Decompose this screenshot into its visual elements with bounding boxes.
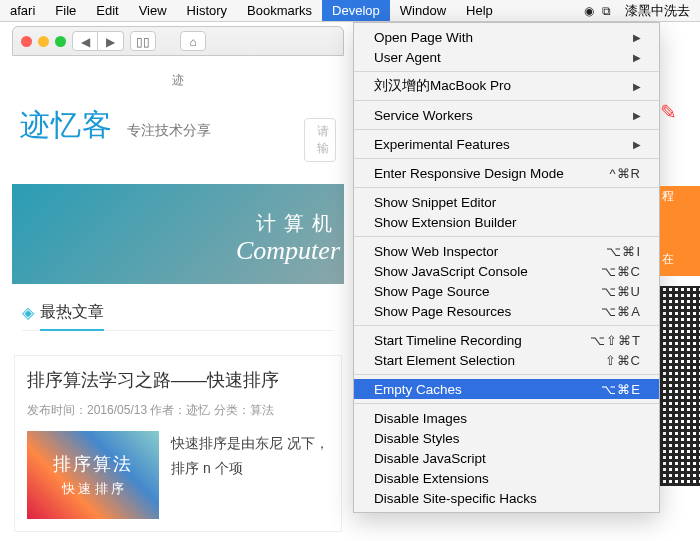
menu-separator: [354, 325, 659, 326]
menu-item-label: Start Element Selection: [374, 353, 515, 368]
menubar-right-text[interactable]: 漆黑中洗去: [615, 0, 700, 21]
menu-item-label: Disable Extensions: [374, 471, 489, 486]
side-tag[interactable]: 程 在: [660, 186, 700, 276]
menu-item-disable-javascript[interactable]: Disable JavaScript: [354, 448, 659, 468]
menu-help[interactable]: Help: [456, 0, 503, 21]
menu-item-empty-caches[interactable]: Empty Caches⌥⌘E: [354, 379, 659, 399]
menu-item-user-agent[interactable]: User Agent▶: [354, 47, 659, 67]
menu-item-show-page-resources[interactable]: Show Page Resources⌥⌘A: [354, 301, 659, 321]
menu-shortcut: ⌥⌘E: [601, 382, 641, 397]
safari-toolbar: ◀ ▶ ▯▯ ⌂: [12, 26, 344, 56]
article-excerpt: 快速排序是由东尼 况下，排序 n 个项: [171, 431, 329, 519]
menu-item-show-page-source[interactable]: Show Page Source⌥⌘U: [354, 281, 659, 301]
menu-separator: [354, 403, 659, 404]
close-window-button[interactable]: [21, 36, 32, 47]
submenu-arrow-icon: ▶: [633, 52, 641, 63]
menu-item-label: Disable Site-specific Hacks: [374, 491, 537, 506]
menu-item-show-extension-builder[interactable]: Show Extension Builder: [354, 212, 659, 232]
menu-shortcut: ⌥⌘U: [601, 284, 641, 299]
menu-separator: [354, 158, 659, 159]
menu-item-disable-images[interactable]: Disable Images: [354, 408, 659, 428]
develop-menu: Open Page With▶User Agent▶刘汉增的MacBook Pr…: [353, 22, 660, 513]
menu-file[interactable]: File: [45, 0, 86, 21]
menu-separator: [354, 236, 659, 237]
url-hint: 迹: [12, 72, 344, 89]
menu-item-service-workers[interactable]: Service Workers▶: [354, 105, 659, 125]
site-logo[interactable]: 迹忆客: [20, 105, 113, 146]
menu-item-experimental-features[interactable]: Experimental Features▶: [354, 134, 659, 154]
menu-item-enter-responsive-design-mode[interactable]: Enter Responsive Design Mode^⌘R: [354, 163, 659, 183]
menu-item-disable-site-specific-hacks[interactable]: Disable Site-specific Hacks: [354, 488, 659, 508]
menu-view[interactable]: View: [129, 0, 177, 21]
menu-item-disable-extensions[interactable]: Disable Extensions: [354, 468, 659, 488]
hero-banner: 计算机 Computer: [12, 184, 344, 284]
mac-menubar: afari File Edit View History Bookmarks D…: [0, 0, 700, 22]
menu-item-show-snippet-editor[interactable]: Show Snippet Editor: [354, 192, 659, 212]
menu-item-label: Show Extension Builder: [374, 215, 517, 230]
forward-button[interactable]: ▶: [98, 31, 124, 51]
menu-item-label: Show JavaScript Console: [374, 264, 528, 279]
menu-item-label: Disable JavaScript: [374, 451, 486, 466]
menu-item-label: Disable Images: [374, 411, 467, 426]
side-tag-line2: 在: [662, 251, 698, 268]
submenu-arrow-icon: ▶: [633, 139, 641, 150]
menu-bookmarks[interactable]: Bookmarks: [237, 0, 322, 21]
menu-item-start-element-selection[interactable]: Start Element Selection⇧⌘C: [354, 350, 659, 370]
webpage-content: 迹 迹忆客 专注技术分享 请输 计算机 Computer ◈ 最热文章 排序算法…: [12, 72, 344, 541]
menu-item-label: User Agent: [374, 50, 441, 65]
home-button[interactable]: ⌂: [180, 31, 206, 51]
menu-shortcut: ⌥⌘C: [601, 264, 641, 279]
menu-item-show-web-inspector[interactable]: Show Web Inspector⌥⌘I: [354, 241, 659, 261]
menu-item-macbook-pro[interactable]: 刘汉增的MacBook Pro▶: [354, 76, 659, 96]
cloud-icon[interactable]: ◉: [584, 4, 594, 18]
thumb-text-sub: 快 速 排 序: [62, 480, 125, 498]
traffic-lights: [21, 36, 66, 47]
menu-item-label: 刘汉增的MacBook Pro: [374, 77, 511, 95]
sidebar-button[interactable]: ▯▯: [130, 31, 156, 51]
menu-safari[interactable]: afari: [0, 0, 45, 21]
thumb-text-zh: 排序算法: [53, 452, 133, 476]
menu-item-disable-styles[interactable]: Disable Styles: [354, 428, 659, 448]
menu-separator: [354, 100, 659, 101]
article-card[interactable]: 排序算法学习之路——快速排序 发布时间：2016/05/13 作者：迹忆 分类：…: [14, 355, 342, 532]
zoom-window-button[interactable]: [55, 36, 66, 47]
safari-window: ◀ ▶ ▯▯ ⌂: [12, 26, 344, 76]
menu-shortcut: ⌥⇧⌘T: [590, 333, 641, 348]
hot-articles-heading: 最热文章: [40, 302, 104, 331]
menu-separator: [354, 71, 659, 72]
minimize-window-button[interactable]: [38, 36, 49, 47]
menu-item-label: Show Snippet Editor: [374, 195, 496, 210]
menu-develop[interactable]: Develop: [322, 0, 390, 21]
menu-item-label: Show Page Resources: [374, 304, 511, 319]
banner-title-zh: 计算机: [256, 210, 340, 237]
menu-item-label: Start Timeline Recording: [374, 333, 522, 348]
right-edge-strip: ✎ 程 在: [660, 100, 700, 486]
submenu-arrow-icon: ▶: [633, 110, 641, 121]
menu-item-label: Service Workers: [374, 108, 473, 123]
menu-history[interactable]: History: [177, 0, 237, 21]
menu-edit[interactable]: Edit: [86, 0, 128, 21]
menu-separator: [354, 129, 659, 130]
overlap-icon[interactable]: ⧉: [602, 4, 611, 18]
menu-item-label: Show Web Inspector: [374, 244, 498, 259]
menu-item-show-javascript-console[interactable]: Show JavaScript Console⌥⌘C: [354, 261, 659, 281]
back-button[interactable]: ◀: [72, 31, 98, 51]
marker-icon[interactable]: ✎: [660, 100, 690, 126]
menu-item-open-page-with[interactable]: Open Page With▶: [354, 27, 659, 47]
menu-window[interactable]: Window: [390, 0, 456, 21]
menu-separator: [354, 374, 659, 375]
qr-code: [660, 286, 700, 486]
menu-item-label: Empty Caches: [374, 382, 462, 397]
menu-shortcut: ^⌘R: [610, 166, 642, 181]
menu-separator: [354, 187, 659, 188]
article-thumbnail: 排序算法 快 速 排 序: [27, 431, 159, 519]
menu-shortcut: ⌥⌘I: [606, 244, 641, 259]
search-input[interactable]: 请输: [304, 118, 336, 162]
article-title[interactable]: 排序算法学习之路——快速排序: [27, 368, 329, 392]
side-tag-line1: 程: [662, 188, 698, 205]
menu-shortcut: ⇧⌘C: [605, 353, 641, 368]
site-tagline: 专注技术分享: [127, 122, 211, 140]
menu-item-label: Disable Styles: [374, 431, 460, 446]
menu-shortcut: ⌥⌘A: [601, 304, 641, 319]
menu-item-start-timeline-recording[interactable]: Start Timeline Recording⌥⇧⌘T: [354, 330, 659, 350]
